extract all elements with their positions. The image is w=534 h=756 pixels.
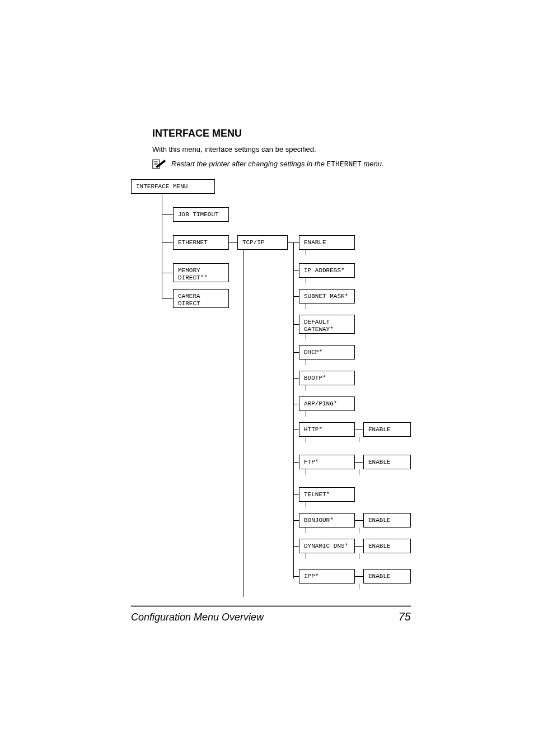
box-enable-ipp: ENABLE — [363, 569, 411, 584]
box-subnet-mask: SUBNET MASK* — [299, 289, 355, 304]
box-enable-ddns: ENABLE — [363, 539, 411, 553]
intro-text: With this menu, interface settings can b… — [152, 145, 411, 153]
box-default-gateway: DEFAULT GATEWAY* — [299, 315, 355, 334]
box-tcpip: TCP/IP — [237, 235, 288, 250]
footer-title: Configuration Menu Overview — [131, 612, 264, 623]
box-enable-ftp: ENABLE — [363, 455, 411, 469]
note-icon — [152, 159, 166, 169]
menu-tree: INTERFACE MENU JOB TIMEOUT ETHERNET MEMO… — [131, 179, 433, 605]
box-memory-direct: MEMORY DIRECT** — [173, 263, 229, 282]
page-footer: Configuration Menu Overview 75 — [131, 605, 411, 623]
box-enable: ENABLE — [299, 235, 355, 250]
box-dhcp: DHCP* — [299, 345, 355, 360]
section-heading: INTERFACE MENU — [152, 128, 411, 139]
footer-page-number: 75 — [399, 610, 411, 623]
note-suffix: menu. — [362, 160, 384, 168]
box-http: HTTP* — [299, 422, 355, 437]
svg-rect-0 — [153, 160, 160, 169]
box-enable-http: ENABLE — [363, 422, 411, 437]
box-ftp: FTP* — [299, 455, 355, 469]
box-ethernet: ETHERNET — [173, 235, 229, 250]
box-camera-direct: CAMERA DIRECT — [173, 289, 229, 308]
box-enable-bonjour: ENABLE — [363, 513, 411, 528]
box-job-timeout: JOB TIMEOUT — [173, 207, 229, 222]
box-telnet: TELNET* — [299, 487, 355, 502]
box-ip-address: IP ADDRESS* — [299, 263, 355, 278]
box-arp-ping: ARP/PING* — [299, 396, 355, 411]
note-row: Restart the printer after changing setti… — [152, 159, 411, 169]
box-ipp: IPP* — [299, 569, 355, 584]
box-bonjour: BONJOUR* — [299, 513, 355, 528]
box-dynamic-dns: DYNAMIC DNS* — [299, 539, 355, 553]
box-bootp: BOOTP* — [299, 371, 355, 385]
box-interface-menu: INTERFACE MENU — [131, 179, 215, 194]
note-mono: ETHERNET — [327, 160, 362, 169]
note-text: Restart the printer after changing setti… — [171, 160, 384, 169]
note-prefix: Restart the printer after changing setti… — [171, 160, 327, 168]
